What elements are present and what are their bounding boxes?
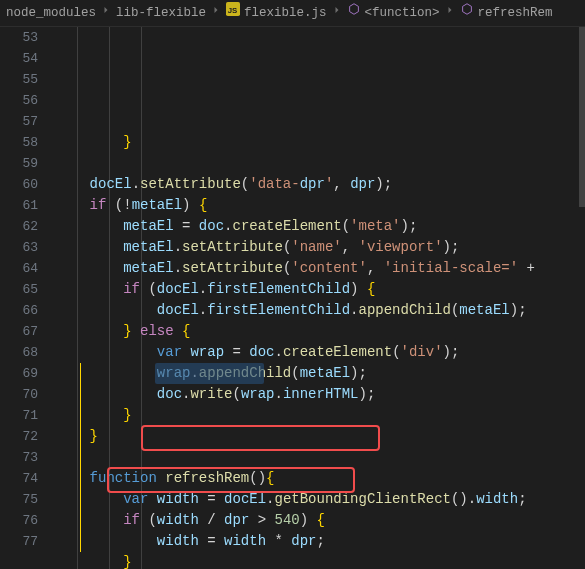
line-number: 70 (0, 384, 38, 405)
line-number: 58 (0, 132, 38, 153)
line-number: 66 (0, 300, 38, 321)
breadcrumb-item[interactable]: lib-flexible (114, 3, 208, 24)
code-line[interactable]: } (56, 552, 585, 569)
line-number: 56 (0, 90, 38, 111)
code-line[interactable]: metaEl.setAttribute('content', 'initial-… (56, 258, 585, 279)
line-number: 62 (0, 216, 38, 237)
line-number-gutter: 5354555657585960616263646566676869707172… (0, 27, 46, 569)
vertical-scrollbar[interactable] (579, 27, 585, 569)
line-number: 53 (0, 27, 38, 48)
line-number: 60 (0, 174, 38, 195)
code-line[interactable]: var width = docEl.getBoundingClientRect(… (56, 489, 585, 510)
code-line[interactable]: if (width / dpr > 540) { (56, 510, 585, 531)
line-number: 65 (0, 279, 38, 300)
line-number: 61 (0, 195, 38, 216)
breadcrumb-item[interactable]: refreshRem (458, 2, 555, 24)
line-number: 74 (0, 468, 38, 489)
code-line[interactable]: } else { (56, 321, 585, 342)
line-number: 54 (0, 48, 38, 69)
code-line[interactable] (56, 153, 585, 174)
line-number: 76 (0, 510, 38, 531)
code-editor[interactable]: 5354555657585960616263646566676869707172… (0, 27, 585, 569)
breadcrumb-separator-icon (210, 3, 222, 24)
code-line[interactable]: } (56, 132, 585, 153)
line-number: 69 (0, 363, 38, 384)
symbol-method-icon (347, 2, 361, 24)
line-number: 72 (0, 426, 38, 447)
breadcrumb-item[interactable]: <function> (345, 2, 442, 24)
code-line[interactable]: if (docEl.firstElementChild) { (56, 279, 585, 300)
line-number: 71 (0, 405, 38, 426)
code-line[interactable]: metaEl = doc.createElement('meta'); (56, 216, 585, 237)
breadcrumb-separator-icon (331, 3, 343, 24)
code-line[interactable]: doc.write(wrap.innerHTML); (56, 384, 585, 405)
line-number: 75 (0, 489, 38, 510)
code-line[interactable]: function refreshRem(){ (56, 468, 585, 489)
line-number: 55 (0, 69, 38, 90)
breadcrumb-label: <function> (365, 3, 440, 24)
code-line[interactable]: } (56, 426, 585, 447)
line-number: 68 (0, 342, 38, 363)
symbol-method-icon (460, 2, 474, 24)
line-number: 77 (0, 531, 38, 552)
line-number: 73 (0, 447, 38, 468)
code-line[interactable]: docEl.setAttribute('data-dpr', dpr); (56, 174, 585, 195)
bracket-pair-guide (80, 363, 81, 552)
code-line[interactable]: wrap.appendChild(metaEl); (56, 363, 585, 384)
line-number: 67 (0, 321, 38, 342)
breadcrumb-separator-icon (444, 3, 456, 24)
code-line[interactable]: } (56, 405, 585, 426)
breadcrumb-item[interactable]: node_modules (4, 3, 98, 24)
breadcrumb-label: refreshRem (478, 3, 553, 24)
breadcrumb-item[interactable]: JS flexible.js (224, 2, 329, 24)
breadcrumb-separator-icon (100, 3, 112, 24)
scrollbar-thumb[interactable] (579, 27, 585, 207)
code-line[interactable]: width = width * dpr; (56, 531, 585, 552)
svg-text:JS: JS (228, 6, 238, 15)
breadcrumb-bar: node_modules lib-flexible JS flexible.js… (0, 0, 585, 27)
breadcrumb-label: lib-flexible (116, 3, 206, 24)
code-line[interactable]: var wrap = doc.createElement('div'); (56, 342, 585, 363)
line-number: 57 (0, 111, 38, 132)
code-line[interactable]: metaEl.setAttribute('name', 'viewport'); (56, 237, 585, 258)
breadcrumb-label: node_modules (6, 3, 96, 24)
code-content[interactable]: } docEl.setAttribute('data-dpr', dpr); i… (46, 27, 585, 569)
line-number: 59 (0, 153, 38, 174)
line-number: 63 (0, 237, 38, 258)
js-file-icon: JS (226, 2, 240, 24)
code-line[interactable]: docEl.firstElementChild.appendChild(meta… (56, 300, 585, 321)
code-line[interactable] (56, 447, 585, 468)
line-number: 64 (0, 258, 38, 279)
code-line[interactable]: if (!metaEl) { (56, 195, 585, 216)
breadcrumb-label: flexible.js (244, 3, 327, 24)
